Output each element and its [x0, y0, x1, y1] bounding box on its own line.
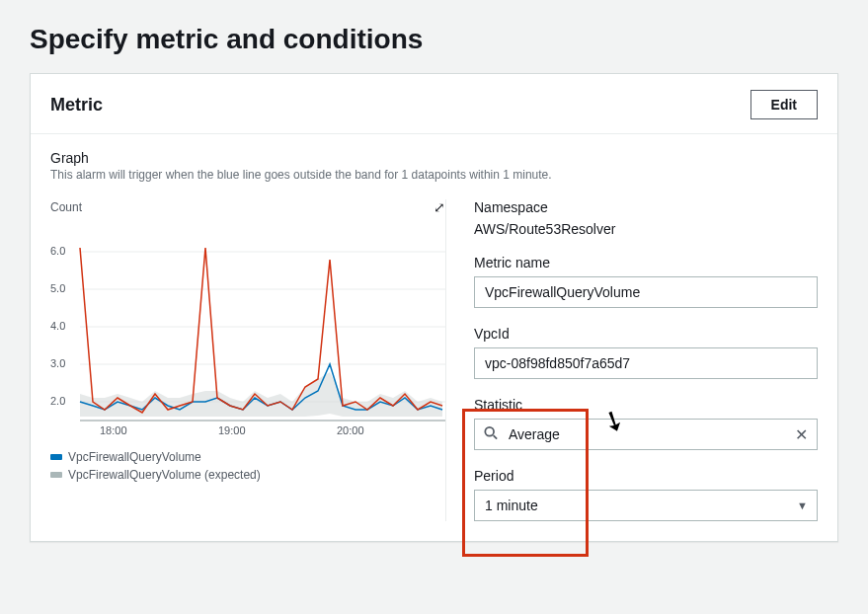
- namespace-label: Namespace: [474, 199, 818, 215]
- statistic-group: Statistic Average ✕: [474, 397, 818, 450]
- metric-name-input[interactable]: VpcFirewallQueryVolume: [474, 276, 818, 308]
- chart-svg: 6.0 5.0 4.0 3.0 2.0 18:00 19:00 20:00: [50, 223, 445, 440]
- card-title: Metric: [50, 95, 103, 115]
- graph-section-header: Graph This alarm will trigger when the b…: [50, 150, 818, 182]
- chart-column: Count ⤢ 6.0 5.0 4.0 3.0 2.0 18:00 19:0: [50, 199, 445, 521]
- svg-text:18:00: 18:00: [100, 424, 127, 436]
- vpcid-input[interactable]: vpc-08f98fd850f7a65d7: [474, 347, 818, 379]
- metric-name-label: Metric name: [474, 255, 818, 270]
- namespace-group: Namespace AWS/Route53Resolver: [474, 199, 818, 237]
- metric-name-group: Metric name VpcFirewallQueryVolume: [474, 255, 818, 308]
- chart-y-axis-title: Count: [50, 200, 82, 214]
- legend-label-expected: VpcFirewallQueryVolume (expected): [68, 468, 261, 482]
- card-header: Metric Edit: [31, 74, 837, 134]
- namespace-value: AWS/Route53Resolver: [474, 221, 818, 237]
- svg-text:20:00: 20:00: [337, 424, 364, 436]
- vpcid-group: VpcId vpc-08f98fd850f7a65d7: [474, 326, 818, 379]
- statistic-input[interactable]: Average: [474, 419, 818, 450]
- graph-helper-text: This alarm will trigger when the blue li…: [50, 168, 818, 182]
- svg-text:3.0: 3.0: [50, 357, 65, 369]
- legend-item-primary: VpcFirewallQueryVolume: [50, 450, 445, 464]
- form-column: Namespace AWS/Route53Resolver Metric nam…: [445, 199, 818, 521]
- legend-swatch-grey: [50, 472, 62, 478]
- svg-text:2.0: 2.0: [50, 395, 65, 407]
- vpcid-label: VpcId: [474, 326, 818, 342]
- clear-icon[interactable]: ✕: [795, 425, 808, 444]
- period-select[interactable]: 1 minute: [474, 490, 818, 521]
- svg-text:4.0: 4.0: [50, 320, 65, 332]
- svg-text:19:00: 19:00: [218, 424, 246, 436]
- period-group: Period 1 minute ▼: [474, 468, 818, 521]
- period-label: Period: [474, 468, 818, 484]
- metric-card: Metric Edit Graph This alarm will trigge…: [30, 73, 838, 542]
- expand-chart-icon[interactable]: ⤢: [434, 199, 445, 215]
- svg-text:6.0: 6.0: [50, 245, 65, 257]
- svg-text:5.0: 5.0: [50, 282, 65, 294]
- edit-button[interactable]: Edit: [750, 90, 818, 119]
- chart-area: 6.0 5.0 4.0 3.0 2.0 18:00 19:00 20:00: [50, 223, 445, 440]
- legend-item-expected: VpcFirewallQueryVolume (expected): [50, 468, 445, 482]
- legend-swatch-blue: [50, 454, 62, 460]
- graph-label: Graph: [50, 150, 818, 166]
- legend-label-primary: VpcFirewallQueryVolume: [68, 450, 201, 464]
- chart-legend: VpcFirewallQueryVolume VpcFirewallQueryV…: [50, 450, 445, 482]
- page-title: Specify metric and conditions: [0, 0, 868, 73]
- statistic-label: Statistic: [474, 397, 818, 413]
- card-body: Graph This alarm will trigger when the b…: [31, 134, 837, 541]
